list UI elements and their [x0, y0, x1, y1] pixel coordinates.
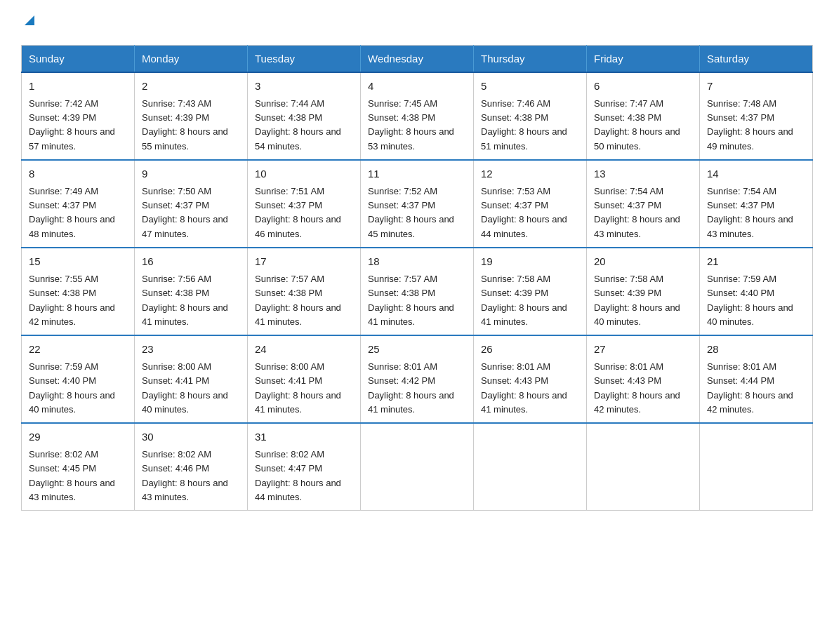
day-info: Sunrise: 8:01 AMSunset: 4:42 PMDaylight:… — [368, 360, 466, 417]
calendar-day-cell: 7Sunrise: 7:48 AMSunset: 4:37 PMDaylight… — [700, 72, 813, 160]
calendar-day-cell: 4Sunrise: 7:45 AMSunset: 4:38 PMDaylight… — [361, 72, 474, 160]
calendar-day-cell: 30Sunrise: 8:02 AMSunset: 4:46 PMDayligh… — [135, 423, 248, 511]
calendar-day-cell: 26Sunrise: 8:01 AMSunset: 4:43 PMDayligh… — [474, 335, 587, 423]
day-info: Sunrise: 7:57 AMSunset: 4:38 PMDaylight:… — [255, 272, 353, 329]
calendar-day-cell: 23Sunrise: 8:00 AMSunset: 4:41 PMDayligh… — [135, 335, 248, 423]
calendar-day-cell: 28Sunrise: 8:01 AMSunset: 4:44 PMDayligh… — [700, 335, 813, 423]
calendar-day-cell: 16Sunrise: 7:56 AMSunset: 4:38 PMDayligh… — [135, 248, 248, 335]
day-info: Sunrise: 7:44 AMSunset: 4:38 PMDaylight:… — [255, 97, 353, 154]
day-info: Sunrise: 7:54 AMSunset: 4:37 PMDaylight:… — [707, 185, 805, 241]
svg-marker-0 — [25, 15, 34, 25]
calendar-week-row: 15Sunrise: 7:55 AMSunset: 4:38 PMDayligh… — [22, 248, 813, 335]
day-number: 15 — [29, 254, 127, 270]
day-number: 7 — [707, 79, 805, 95]
day-number: 3 — [255, 79, 353, 95]
day-number: 18 — [368, 254, 466, 270]
day-info: Sunrise: 7:59 AMSunset: 4:40 PMDaylight:… — [707, 272, 805, 329]
calendar-day-cell: 17Sunrise: 7:57 AMSunset: 4:38 PMDayligh… — [248, 248, 361, 335]
calendar-day-cell: 9Sunrise: 7:50 AMSunset: 4:37 PMDaylight… — [135, 160, 248, 248]
day-number: 14 — [707, 166, 805, 182]
day-number: 25 — [368, 342, 466, 358]
day-number: 27 — [594, 342, 692, 358]
logo — [21, 14, 36, 31]
day-info: Sunrise: 8:00 AMSunset: 4:41 PMDaylight:… — [255, 360, 353, 417]
calendar-day-cell: 10Sunrise: 7:51 AMSunset: 4:37 PMDayligh… — [248, 160, 361, 248]
day-info: Sunrise: 7:53 AMSunset: 4:37 PMDaylight:… — [481, 185, 579, 241]
calendar-day-cell: 12Sunrise: 7:53 AMSunset: 4:37 PMDayligh… — [474, 160, 587, 248]
calendar-day-cell — [587, 423, 700, 511]
day-number: 12 — [481, 166, 579, 182]
calendar-week-row: 1Sunrise: 7:42 AMSunset: 4:39 PMDaylight… — [22, 72, 813, 160]
calendar-day-cell: 18Sunrise: 7:57 AMSunset: 4:38 PMDayligh… — [361, 248, 474, 335]
day-info: Sunrise: 8:02 AMSunset: 4:47 PMDaylight:… — [255, 448, 353, 504]
day-number: 17 — [255, 254, 353, 270]
calendar-day-cell: 31Sunrise: 8:02 AMSunset: 4:47 PMDayligh… — [248, 423, 361, 511]
calendar-day-cell: 21Sunrise: 7:59 AMSunset: 4:40 PMDayligh… — [700, 248, 813, 335]
calendar-day-cell — [361, 423, 474, 511]
day-number: 11 — [368, 166, 466, 182]
day-info: Sunrise: 7:45 AMSunset: 4:38 PMDaylight:… — [368, 97, 466, 154]
weekday-header-friday: Friday — [587, 45, 700, 72]
calendar-day-cell: 20Sunrise: 7:58 AMSunset: 4:39 PMDayligh… — [587, 248, 700, 335]
calendar-table: SundayMondayTuesdayWednesdayThursdayFrid… — [21, 45, 813, 511]
day-info: Sunrise: 7:51 AMSunset: 4:37 PMDaylight:… — [255, 185, 353, 241]
weekday-header-tuesday: Tuesday — [248, 45, 361, 72]
day-info: Sunrise: 7:43 AMSunset: 4:39 PMDaylight:… — [142, 97, 240, 154]
weekday-header-sunday: Sunday — [22, 45, 135, 72]
calendar-day-cell: 8Sunrise: 7:49 AMSunset: 4:37 PMDaylight… — [22, 160, 135, 248]
weekday-header-thursday: Thursday — [474, 45, 587, 72]
day-info: Sunrise: 7:59 AMSunset: 4:40 PMDaylight:… — [29, 360, 127, 417]
day-number: 31 — [255, 429, 353, 445]
day-number: 6 — [594, 79, 692, 95]
day-info: Sunrise: 7:52 AMSunset: 4:37 PMDaylight:… — [368, 185, 466, 241]
day-info: Sunrise: 7:48 AMSunset: 4:37 PMDaylight:… — [707, 97, 805, 154]
logo-triangle-icon — [23, 14, 36, 29]
day-info: Sunrise: 7:42 AMSunset: 4:39 PMDaylight:… — [29, 97, 127, 154]
day-number: 20 — [594, 254, 692, 270]
day-number: 30 — [142, 429, 240, 445]
calendar-day-cell — [474, 423, 587, 511]
day-info: Sunrise: 8:01 AMSunset: 4:44 PMDaylight:… — [707, 360, 805, 417]
day-number: 1 — [29, 79, 127, 95]
calendar-week-row: 8Sunrise: 7:49 AMSunset: 4:37 PMDaylight… — [22, 160, 813, 248]
calendar-day-cell: 24Sunrise: 8:00 AMSunset: 4:41 PMDayligh… — [248, 335, 361, 423]
calendar-day-cell: 5Sunrise: 7:46 AMSunset: 4:38 PMDaylight… — [474, 72, 587, 160]
day-info: Sunrise: 8:02 AMSunset: 4:45 PMDaylight:… — [29, 448, 127, 504]
calendar-day-cell: 6Sunrise: 7:47 AMSunset: 4:38 PMDaylight… — [587, 72, 700, 160]
day-number: 8 — [29, 166, 127, 182]
day-number: 24 — [255, 342, 353, 358]
calendar-day-cell: 25Sunrise: 8:01 AMSunset: 4:42 PMDayligh… — [361, 335, 474, 423]
day-number: 5 — [481, 79, 579, 95]
day-number: 28 — [707, 342, 805, 358]
day-number: 21 — [707, 254, 805, 270]
weekday-header-row: SundayMondayTuesdayWednesdayThursdayFrid… — [22, 45, 813, 72]
day-info: Sunrise: 7:47 AMSunset: 4:38 PMDaylight:… — [594, 97, 692, 154]
day-info: Sunrise: 8:02 AMSunset: 4:46 PMDaylight:… — [142, 448, 240, 504]
calendar-day-cell — [700, 423, 813, 511]
day-number: 23 — [142, 342, 240, 358]
calendar-day-cell: 19Sunrise: 7:58 AMSunset: 4:39 PMDayligh… — [474, 248, 587, 335]
day-number: 13 — [594, 166, 692, 182]
day-number: 22 — [29, 342, 127, 358]
calendar-day-cell: 14Sunrise: 7:54 AMSunset: 4:37 PMDayligh… — [700, 160, 813, 248]
day-info: Sunrise: 7:46 AMSunset: 4:38 PMDaylight:… — [481, 97, 579, 154]
calendar-day-cell: 13Sunrise: 7:54 AMSunset: 4:37 PMDayligh… — [587, 160, 700, 248]
day-number: 2 — [142, 79, 240, 95]
calendar-day-cell: 27Sunrise: 8:01 AMSunset: 4:43 PMDayligh… — [587, 335, 700, 423]
day-number: 16 — [142, 254, 240, 270]
calendar-week-row: 29Sunrise: 8:02 AMSunset: 4:45 PMDayligh… — [22, 423, 813, 511]
day-info: Sunrise: 8:01 AMSunset: 4:43 PMDaylight:… — [594, 360, 692, 417]
day-number: 9 — [142, 166, 240, 182]
calendar-day-cell: 2Sunrise: 7:43 AMSunset: 4:39 PMDaylight… — [135, 72, 248, 160]
day-info: Sunrise: 7:56 AMSunset: 4:38 PMDaylight:… — [142, 272, 240, 329]
weekday-header-wednesday: Wednesday — [361, 45, 474, 72]
day-number: 19 — [481, 254, 579, 270]
day-number: 26 — [481, 342, 579, 358]
calendar-day-cell: 3Sunrise: 7:44 AMSunset: 4:38 PMDaylight… — [248, 72, 361, 160]
page-header — [21, 14, 813, 31]
day-info: Sunrise: 7:55 AMSunset: 4:38 PMDaylight:… — [29, 272, 127, 329]
calendar-day-cell: 1Sunrise: 7:42 AMSunset: 4:39 PMDaylight… — [22, 72, 135, 160]
day-info: Sunrise: 7:49 AMSunset: 4:37 PMDaylight:… — [29, 185, 127, 241]
calendar-day-cell: 22Sunrise: 7:59 AMSunset: 4:40 PMDayligh… — [22, 335, 135, 423]
calendar-day-cell: 29Sunrise: 8:02 AMSunset: 4:45 PMDayligh… — [22, 423, 135, 511]
